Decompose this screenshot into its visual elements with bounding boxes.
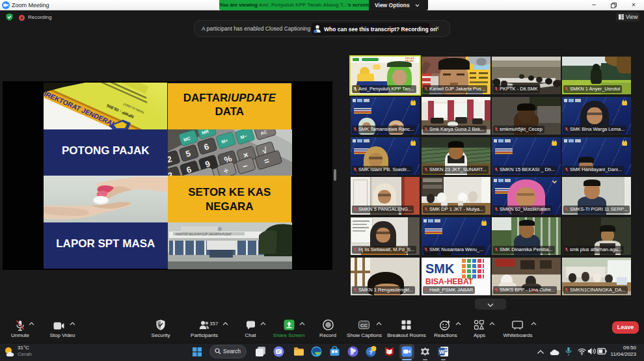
svg-text:KANTOR WILAYAH DJP JAKARTA PUS: KANTOR WILAYAH DJP JAKARTA PUSAT	[176, 233, 232, 236]
svg-text:?: ?	[369, 349, 373, 356]
svg-text:W: W	[439, 349, 445, 355]
svg-text:CC: CC	[360, 323, 368, 328]
